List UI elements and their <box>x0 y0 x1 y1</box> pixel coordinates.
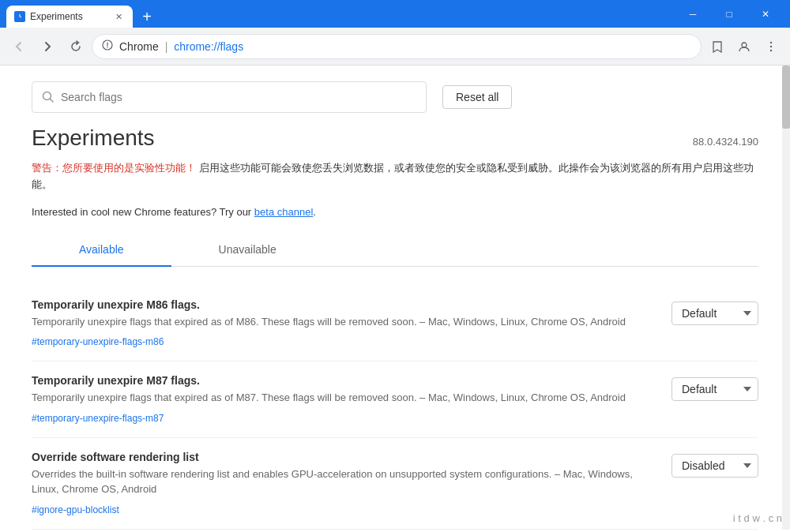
navbar: Chrome | chrome://flags <box>0 28 790 66</box>
tab-close-button[interactable]: ✕ <box>112 10 125 23</box>
flag-link-0[interactable]: #temporary-unexpire-flags-m86 <box>32 336 164 347</box>
menu-button[interactable] <box>758 34 784 59</box>
forward-button[interactable] <box>35 34 60 59</box>
interest-text: Interested in cool new Chrome features? … <box>32 206 758 218</box>
tab-available[interactable]: Available <box>32 234 171 267</box>
address-separator: | <box>165 40 168 53</box>
version-text: 88.0.4324.190 <box>693 136 758 148</box>
watermark: i t d w . c n <box>733 512 782 524</box>
tab-favicon <box>14 11 25 22</box>
flag-info-0: Temporarily unexpire M86 flags.Temporari… <box>32 298 656 349</box>
flag-desc-2: Overrides the built-in software renderin… <box>32 466 656 497</box>
tabs-container: Available Unavailable <box>32 234 758 267</box>
flag-info-2: Override software rendering listOverride… <box>32 451 656 516</box>
svg-point-5 <box>770 49 772 51</box>
maximize-button[interactable]: □ <box>711 0 747 28</box>
svg-line-7 <box>51 99 54 103</box>
new-tab-button[interactable]: + <box>136 6 158 28</box>
flag-item-2: Override software rendering listOverride… <box>32 438 758 530</box>
svg-point-3 <box>770 41 772 43</box>
address-path: chrome://flags <box>174 40 243 53</box>
svg-point-4 <box>770 45 772 47</box>
window-controls: ─ □ ✕ <box>675 0 784 28</box>
warning-box: 警告：您所要使用的是实验性功能！ 启用这些功能可能会致使您丢失浏览数据，或者致使… <box>32 160 758 193</box>
flag-control-0: DefaultEnabledDisabled <box>672 302 758 325</box>
flag-title-0: Temporarily unexpire M86 flags. <box>32 298 656 311</box>
search-icon <box>42 91 55 103</box>
experiments-header: Experiments 88.0.4324.190 <box>32 126 758 151</box>
secure-icon <box>102 39 113 53</box>
tab-area: Experiments ✕ + <box>6 0 158 28</box>
tab-title: Experiments <box>30 11 107 22</box>
flag-select-2[interactable]: DefaultEnabledDisabled <box>672 454 758 478</box>
active-tab[interactable]: Experiments ✕ <box>6 6 133 28</box>
close-button[interactable]: ✕ <box>747 0 784 28</box>
flag-item-0: Temporarily unexpire M86 flags.Temporari… <box>32 286 758 362</box>
flag-desc-1: Temporarily unexpire flags that expired … <box>32 390 656 406</box>
svg-point-2 <box>742 43 747 47</box>
profile-button[interactable] <box>732 34 757 59</box>
page-title: Experiments <box>32 126 155 151</box>
back-button[interactable] <box>6 34 32 59</box>
interest-prefix: Interested in cool new Chrome features? … <box>32 206 254 218</box>
flag-link-1[interactable]: #temporary-unexpire-flags-m87 <box>32 413 164 424</box>
flags-list: Temporarily unexpire M86 flags.Temporari… <box>32 286 758 530</box>
search-input[interactable] <box>61 91 416 103</box>
flag-info-1: Temporarily unexpire M87 flags.Temporari… <box>32 374 656 425</box>
flag-item-1: Temporarily unexpire M87 flags.Temporari… <box>32 362 758 438</box>
address-bar[interactable]: Chrome | chrome://flags <box>92 34 702 59</box>
interest-suffix: . <box>313 206 316 218</box>
refresh-button[interactable] <box>63 34 88 59</box>
flag-select-0[interactable]: DefaultEnabledDisabled <box>672 302 758 325</box>
scrollbar-track[interactable] <box>782 66 790 530</box>
search-area: Reset all <box>0 66 790 126</box>
bookmark-button[interactable] <box>705 34 730 59</box>
flag-control-2: DefaultEnabledDisabled <box>672 454 758 478</box>
main-area: Experiments 88.0.4324.190 警告：您所要使用的是实验性功… <box>0 126 790 530</box>
toolbar-actions <box>705 34 784 59</box>
warning-red-text: 警告：您所要使用的是实验性功能！ <box>32 162 196 174</box>
address-domain: Chrome <box>119 40 159 53</box>
flag-title-2: Override software rendering list <box>32 451 656 463</box>
minimize-button[interactable]: ─ <box>675 0 711 28</box>
beta-channel-link[interactable]: beta channel <box>254 206 313 218</box>
warning-text: 警告：您所要使用的是实验性功能！ 启用这些功能可能会致使您丢失浏览数据，或者致使… <box>32 160 758 193</box>
titlebar: Experiments ✕ + ─ □ ✕ <box>0 0 790 28</box>
flag-select-1[interactable]: DefaultEnabledDisabled <box>672 377 758 401</box>
page-content: Reset all Experiments 88.0.4324.190 警告：您… <box>0 66 790 530</box>
flag-title-1: Temporarily unexpire M87 flags. <box>32 374 656 387</box>
search-box[interactable] <box>32 81 427 113</box>
flag-desc-0: Temporarily unexpire flags that expired … <box>32 314 656 330</box>
reset-all-button[interactable]: Reset all <box>442 85 512 109</box>
flag-control-1: DefaultEnabledDisabled <box>672 377 758 401</box>
flag-link-2[interactable]: #ignore-gpu-blocklist <box>32 504 119 515</box>
address-text: Chrome | chrome://flags <box>119 40 691 53</box>
scrollbar-thumb[interactable] <box>782 66 790 129</box>
tab-unavailable[interactable]: Unavailable <box>171 234 324 267</box>
